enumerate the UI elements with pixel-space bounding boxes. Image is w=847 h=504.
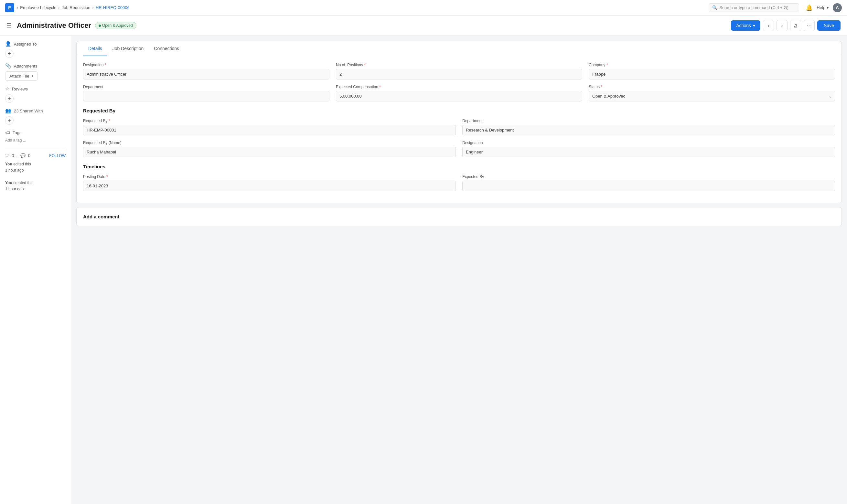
reviews-label: Reviews <box>12 87 28 91</box>
search-bar[interactable]: 🔍 Search or type a command (Ctrl + G) <box>709 3 799 12</box>
more-options-button[interactable]: ⋯ <box>804 20 815 31</box>
status-field: Status * Open & Approved ⌄ <box>589 85 835 102</box>
sidebar-divider <box>5 148 66 148</box>
designation-label: Designation * <box>83 63 330 67</box>
content-area: Details Job Description Connections Desi… <box>71 36 847 504</box>
people-icon: 👥 <box>5 108 11 114</box>
add-review-button[interactable]: + <box>5 94 14 103</box>
print-button[interactable]: 🖨 <box>790 20 801 31</box>
dot-separator: · <box>17 153 18 158</box>
posting-date-label: Posting Date * <box>83 175 456 179</box>
likes-count: 0 <box>12 153 14 158</box>
comment-card: Add a comment <box>76 207 842 226</box>
req-designation-input[interactable] <box>462 147 835 157</box>
activity-time-1: 1 hour ago <box>5 168 23 173</box>
requested-by-name-field: Requested By (Name) <box>83 141 456 157</box>
plus-icon: + <box>31 74 34 78</box>
activity-likes: ♡ 0 · 💬 0 FOLLOW <box>5 153 66 158</box>
tags-section: 🏷 Tags Add a tag ... <box>5 130 66 143</box>
page-title: Administrative Officer <box>17 21 91 30</box>
attach-file-button[interactable]: Attach File + <box>5 71 38 81</box>
assigned-to-section: 👤 Assigned To + <box>5 41 66 58</box>
notification-bell-icon[interactable]: 🔔 <box>806 4 813 11</box>
requested-by-name-input[interactable] <box>83 147 456 157</box>
tab-job-description[interactable]: Job Description <box>107 41 149 56</box>
breadcrumb-employee-lifecycle[interactable]: Employee Lifecycle <box>20 5 56 10</box>
tab-details[interactable]: Details <box>83 41 107 56</box>
company-input[interactable] <box>589 69 835 79</box>
search-placeholder: Search or type a command (Ctrl + G) <box>719 5 789 10</box>
required-marker: * <box>105 63 106 67</box>
prev-button[interactable]: ‹ <box>763 20 774 31</box>
tags-label: Tags <box>13 130 21 135</box>
no-positions-field: No of. Positions * <box>336 63 582 79</box>
comment-icon[interactable]: 💬 <box>20 153 25 158</box>
expected-by-input[interactable] <box>462 181 835 191</box>
chevron-down-icon: ▾ <box>827 5 829 10</box>
designation-field: Designation * <box>83 63 330 79</box>
status-label: Open & Approved <box>102 23 133 28</box>
main-card: Details Job Description Connections Desi… <box>76 41 842 203</box>
form-row-5: Posting Date * Expected By <box>83 175 835 191</box>
heart-icon[interactable]: ♡ <box>5 153 9 158</box>
hamburger-icon[interactable]: ☰ <box>6 22 12 29</box>
add-assigned-button[interactable]: + <box>5 50 14 58</box>
follow-button[interactable]: FOLLOW <box>49 154 66 158</box>
req-designation-label: Designation <box>462 141 835 145</box>
comment-heading: Add a comment <box>83 214 835 219</box>
breadcrumb-job-requisition[interactable]: Job Requisition <box>62 5 90 10</box>
requested-by-input[interactable] <box>83 125 456 136</box>
company-label: Company * <box>589 63 835 67</box>
status-label: Status * <box>589 85 835 89</box>
shared-with-label: 23 Shared With <box>14 109 43 113</box>
status-select-wrapper: Open & Approved ⌄ <box>589 91 835 102</box>
designation-input[interactable] <box>83 69 330 79</box>
requested-by-label: Requested By * <box>83 119 456 123</box>
reviews-section: ☆ Reviews + <box>5 86 66 103</box>
department-input[interactable] <box>83 91 330 102</box>
required-marker: * <box>379 85 381 89</box>
expected-compensation-label: Expected Compensation * <box>336 85 582 89</box>
chevron-down-icon: ▾ <box>753 23 755 28</box>
activity-actor-1: You <box>5 162 12 166</box>
form-row-1: Designation * No of. Positions * <box>83 63 835 79</box>
add-tag-link[interactable]: Add a tag ... <box>5 138 26 143</box>
form-row-4: Requested By (Name) Designation <box>83 141 835 157</box>
posting-date-field: Posting Date * <box>83 175 456 191</box>
chevron-right-icon: › <box>92 5 94 10</box>
paperclip-icon: 📎 <box>5 63 11 69</box>
required-marker: * <box>106 175 108 179</box>
card-body: Designation * No of. Positions * <box>77 56 842 203</box>
posting-date-input[interactable] <box>83 181 456 191</box>
nav-actions: 🔔 Help ▾ A <box>806 3 842 12</box>
req-department-input[interactable] <box>462 125 835 136</box>
expected-compensation-input[interactable] <box>336 91 582 102</box>
shared-with-section: 👥 23 Shared With + <box>5 108 66 125</box>
status-select[interactable]: Open & Approved <box>589 91 835 102</box>
required-marker: * <box>606 63 608 67</box>
no-positions-input[interactable] <box>336 69 582 79</box>
status-dot <box>99 24 101 27</box>
next-button[interactable]: › <box>777 20 788 31</box>
actions-button[interactable]: Actions ▾ <box>731 20 760 31</box>
star-icon: ☆ <box>5 86 10 92</box>
avatar[interactable]: A <box>833 3 842 12</box>
save-button[interactable]: Save <box>817 20 841 31</box>
help-button[interactable]: Help ▾ <box>817 5 829 10</box>
form-row-3: Requested By * Department <box>83 119 835 136</box>
req-department-label: Department <box>462 119 835 123</box>
requested-by-section-heading: Requested By <box>83 107 835 113</box>
no-positions-label: No of. Positions * <box>336 63 582 67</box>
activity-item: You created this 1 hour ago <box>5 180 66 192</box>
status-badge: Open & Approved <box>95 22 137 29</box>
expected-by-field: Expected By <box>462 175 835 191</box>
assigned-to-label: Assigned To <box>14 42 37 47</box>
chevron-right-icon: › <box>17 5 18 10</box>
expected-compensation-field: Expected Compensation * <box>336 85 582 102</box>
required-marker: * <box>364 63 366 67</box>
breadcrumb: › Employee Lifecycle › Job Requisition ›… <box>17 5 130 10</box>
add-shared-button[interactable]: + <box>5 116 14 125</box>
tab-connections[interactable]: Connections <box>149 41 184 56</box>
activity-section: ♡ 0 · 💬 0 FOLLOW You edited this 1 hour … <box>5 153 66 192</box>
search-icon: 🔍 <box>712 5 717 10</box>
